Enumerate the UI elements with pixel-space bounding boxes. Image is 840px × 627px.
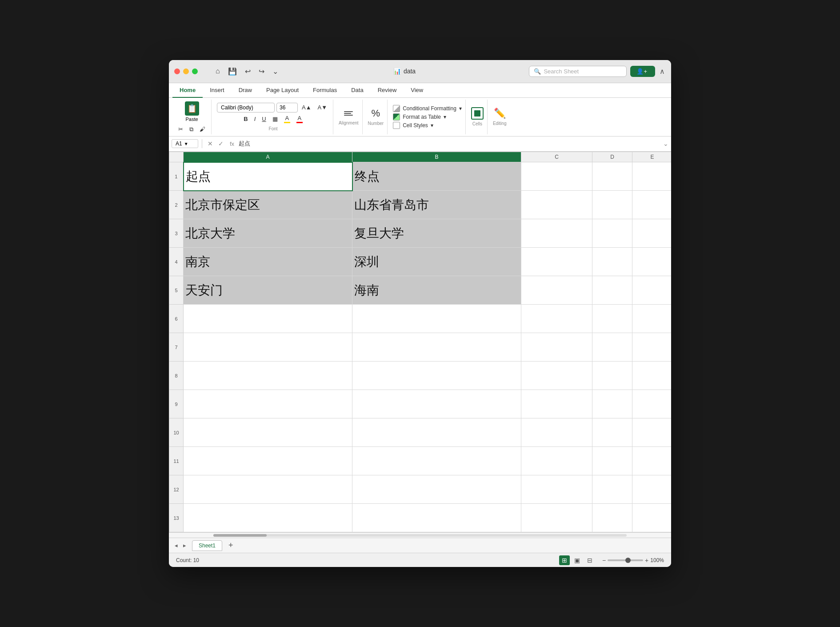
sheet-tab-1[interactable]: Sheet1: [192, 540, 222, 551]
cell-c11[interactable]: [521, 447, 592, 475]
cell-c13[interactable]: [521, 504, 592, 532]
cell-b1[interactable]: 终点: [352, 162, 521, 191]
italic-button[interactable]: I: [252, 114, 258, 124]
tab-insert[interactable]: Insert: [203, 83, 232, 98]
cancel-formula-button[interactable]: ✕: [206, 139, 215, 148]
cell-e7[interactable]: [632, 333, 672, 362]
cell-b12[interactable]: [352, 475, 521, 504]
cell-e6[interactable]: [632, 305, 672, 333]
horizontal-scrollbar[interactable]: [169, 532, 671, 538]
cell-e13[interactable]: [632, 504, 672, 532]
cell-d3[interactable]: [592, 219, 632, 248]
cell-c6[interactable]: [521, 305, 592, 333]
cell-b7[interactable]: [352, 333, 521, 362]
copy-button[interactable]: ⧉: [187, 125, 196, 134]
page-view-button[interactable]: ▣: [572, 555, 583, 565]
cell-b9[interactable]: [352, 390, 521, 418]
tab-data[interactable]: Data: [344, 83, 370, 98]
cell-b2[interactable]: 山东省青岛市: [352, 191, 521, 219]
col-header-d[interactable]: D: [592, 152, 632, 162]
font-color-button[interactable]: A: [294, 113, 305, 125]
font-name-dropdown[interactable]: Calibri (Body): [217, 103, 275, 113]
cell-b13[interactable]: [352, 504, 521, 532]
col-header-c[interactable]: C: [521, 152, 592, 162]
share-button[interactable]: 👤+: [630, 66, 655, 77]
formula-expand-button[interactable]: ⌄: [663, 140, 668, 147]
add-sheet-button[interactable]: +: [226, 540, 236, 551]
cell-d9[interactable]: [592, 390, 632, 418]
search-box[interactable]: 🔍 Search Sheet: [529, 66, 627, 77]
cell-styles-item[interactable]: Cell Styles ▾: [393, 122, 462, 129]
cell-d10[interactable]: [592, 418, 632, 447]
cut-button[interactable]: ✂: [176, 125, 185, 134]
cell-d2[interactable]: [592, 191, 632, 219]
font-shrink-button[interactable]: A▼: [316, 103, 330, 112]
cell-e9[interactable]: [632, 390, 672, 418]
col-header-e[interactable]: E: [632, 152, 672, 162]
cell-a10[interactable]: [184, 418, 352, 447]
cell-a6[interactable]: [184, 305, 352, 333]
redo-icon[interactable]: ↪: [257, 66, 266, 76]
scrollbar-thumb[interactable]: [213, 534, 267, 537]
cell-e4[interactable]: [632, 248, 672, 276]
conditional-formatting-item[interactable]: Conditional Formatting ▾: [393, 105, 462, 112]
zoom-in-button[interactable]: +: [645, 557, 648, 564]
cell-a2[interactable]: 北京市保定区: [184, 191, 352, 219]
more-icon[interactable]: ⌄: [271, 66, 280, 76]
cell-b4[interactable]: 深圳: [352, 248, 521, 276]
cell-c8[interactable]: [521, 362, 592, 390]
format-painter-button[interactable]: 🖌: [197, 125, 208, 134]
col-header-a[interactable]: A: [184, 152, 352, 162]
home-icon[interactable]: ⌂: [214, 66, 222, 76]
close-button[interactable]: [174, 68, 180, 74]
tab-formulas[interactable]: Formulas: [306, 83, 344, 98]
cell-b8[interactable]: [352, 362, 521, 390]
cell-a5[interactable]: 天安门: [184, 276, 352, 305]
cell-c7[interactable]: [521, 333, 592, 362]
tab-page-layout[interactable]: Page Layout: [259, 83, 306, 98]
save-icon[interactable]: 💾: [226, 66, 239, 76]
cell-c10[interactable]: [521, 418, 592, 447]
cell-d12[interactable]: [592, 475, 632, 504]
cell-c9[interactable]: [521, 390, 592, 418]
tab-view[interactable]: View: [404, 83, 430, 98]
zoom-out-button[interactable]: −: [602, 557, 606, 564]
tab-review[interactable]: Review: [371, 83, 404, 98]
cell-a9[interactable]: [184, 390, 352, 418]
format-as-table-item[interactable]: Format as Table ▾: [393, 113, 462, 121]
cell-a4[interactable]: 南京: [184, 248, 352, 276]
maximize-button[interactable]: [192, 68, 198, 74]
cell-c5[interactable]: [521, 276, 592, 305]
cell-b10[interactable]: [352, 418, 521, 447]
border-button[interactable]: ▦: [270, 114, 280, 124]
cell-d11[interactable]: [592, 447, 632, 475]
confirm-formula-button[interactable]: ✓: [216, 139, 225, 148]
cell-b6[interactable]: [352, 305, 521, 333]
undo-icon[interactable]: ↩: [243, 66, 252, 76]
cell-c2[interactable]: [521, 191, 592, 219]
page-break-view-button[interactable]: ⊟: [584, 555, 595, 565]
cell-d7[interactable]: [592, 333, 632, 362]
cell-c12[interactable]: [521, 475, 592, 504]
font-size-dropdown[interactable]: 36: [276, 103, 298, 113]
cell-a11[interactable]: [184, 447, 352, 475]
tab-draw[interactable]: Draw: [232, 83, 259, 98]
cell-a13[interactable]: [184, 504, 352, 532]
cell-d8[interactable]: [592, 362, 632, 390]
cell-b3[interactable]: 复旦大学: [352, 219, 521, 248]
tab-home[interactable]: Home: [172, 83, 203, 98]
cell-e11[interactable]: [632, 447, 672, 475]
cell-a7[interactable]: [184, 333, 352, 362]
cell-e10[interactable]: [632, 418, 672, 447]
zoom-slider[interactable]: [608, 559, 643, 561]
minimize-button[interactable]: [183, 68, 189, 74]
cell-d1[interactable]: [592, 162, 632, 191]
cell-b5[interactable]: 海南: [352, 276, 521, 305]
cell-e5[interactable]: [632, 276, 672, 305]
cell-c1[interactable]: [521, 162, 592, 191]
cell-a12[interactable]: [184, 475, 352, 504]
cell-d6[interactable]: [592, 305, 632, 333]
cell-a8[interactable]: [184, 362, 352, 390]
cell-e3[interactable]: [632, 219, 672, 248]
cell-c3[interactable]: [521, 219, 592, 248]
